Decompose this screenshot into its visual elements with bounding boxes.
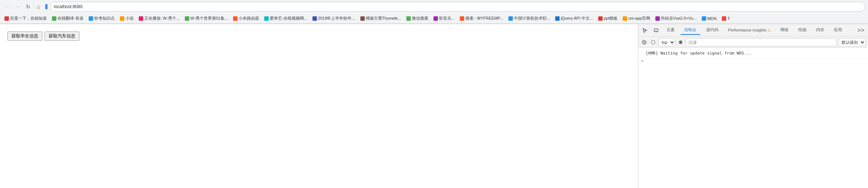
device-toolbar-button[interactable] [652, 26, 661, 35]
console-toolbar: top 默认级别 [638, 37, 868, 48]
bookmark-label: 听音乐... [439, 16, 455, 21]
bookmark-item-bm10[interactable]: 模板引擎Thymele... [358, 15, 403, 22]
bookmark-item-bm1[interactable]: 百度一下，你就知道 [2, 15, 49, 22]
bookmark-favicon [185, 16, 189, 21]
tab-application[interactable]: 应用 [830, 26, 846, 35]
svg-line-4 [643, 41, 645, 43]
reload-button[interactable]: ↻ [24, 2, 33, 11]
get-car-info-button[interactable]: 获取汽车信息 [45, 32, 79, 41]
bookmark-item-bm19[interactable]: MDN [700, 16, 719, 22]
bookmark-favicon [312, 16, 317, 21]
bookmark-item-bm11[interactable]: 微信搜索 [404, 15, 430, 22]
forward-button[interactable]: → [13, 2, 22, 11]
bookmark-item-bm18[interactable]: 尚硅谷Vue2.0+Vu... [653, 15, 699, 22]
bookmark-favicon [233, 16, 238, 21]
bookmark-item-bm20[interactable]: T [720, 16, 732, 22]
show-live-expressions-button[interactable] [677, 39, 684, 46]
bookmark-label: 模板引擎Thymele... [366, 16, 401, 21]
context-select[interactable]: top [658, 38, 675, 46]
bookmark-favicon [623, 16, 627, 21]
preserve-log-button[interactable] [649, 39, 657, 46]
bookmark-favicon [264, 16, 269, 21]
console-message: [HMR] Waiting for update signal from WDS… [638, 49, 868, 58]
address-bar[interactable] [50, 2, 865, 11]
bookmark-favicon [598, 16, 603, 21]
bookmark-item-bm16[interactable]: ppt模板 [596, 15, 620, 22]
clear-console-button[interactable] [641, 39, 648, 46]
bookmark-item-bm17[interactable]: uni-app官网 [620, 15, 652, 22]
bookmark-label: 搜索 - MYFREEMP... [465, 16, 503, 21]
bookmark-favicon [406, 16, 411, 21]
bookmark-label: 2019年上半年软件... [318, 16, 355, 21]
bookmark-favicon [139, 16, 143, 21]
tab-elements[interactable]: 元素 [663, 26, 678, 35]
bookmark-label: 微信搜索 [412, 16, 428, 21]
bookmark-label: jQuery API 中文... [561, 16, 593, 21]
svg-point-7 [680, 42, 681, 43]
tab-sources[interactable]: 源代码 [702, 26, 722, 35]
bookmark-favicon [555, 16, 560, 21]
bookmark-label: 爱奇艺-在线视频网... [270, 16, 307, 21]
bookmark-item-bm3[interactable]: 软考知识点 [86, 15, 117, 22]
tab-performance[interactable]: 性能 [795, 26, 810, 35]
bookmark-label: 软考知识点 [94, 16, 115, 21]
get-student-info-button[interactable]: 获取学生信息 [7, 32, 42, 41]
bookmark-favicon [89, 16, 93, 21]
bookmark-label: ppt模板 [604, 16, 618, 21]
console-filter-input[interactable] [686, 38, 837, 46]
bookmark-item-bm7[interactable]: 小米路由器 [231, 15, 261, 22]
tab-network[interactable]: 网络 [777, 26, 792, 35]
bookmark-label: W-秀个世界第01集... [190, 16, 228, 21]
bookmark-label: 小说 [125, 16, 134, 21]
tab-console[interactable]: 控制台 [681, 26, 700, 35]
bookmark-item-bm6[interactable]: W-秀个世界第01集... [183, 15, 230, 22]
bookmark-favicon [433, 16, 438, 21]
bookmark-favicon [722, 16, 726, 21]
home-button[interactable]: ⌂ [34, 2, 43, 11]
bookmark-item-bm13[interactable]: 搜索 - MYFREEMP... [458, 15, 505, 22]
inspect-element-button[interactable] [641, 26, 649, 35]
bookmark-item-bm14[interactable]: 中国计算机技术职... [506, 15, 552, 22]
bookmark-label: uni-app官网 [628, 16, 650, 21]
tab-memory[interactable]: 内存 [812, 26, 828, 35]
bookmark-item-bm4[interactable]: 小说 [118, 15, 136, 22]
bookmark-label: T [727, 16, 730, 21]
devtools-toolbar: 元素 控制台 源代码 Performance insights⚠ 网络 性能 内… [638, 24, 868, 37]
secure-icon [45, 4, 48, 9]
bookmark-favicon [120, 16, 124, 21]
browser-chrome: ← → ↻ ⌂ 百度一下，你就知道在线翻译-有道软考知识点小说正在播放: W-秀… [0, 0, 868, 24]
bookmark-favicon [460, 16, 464, 21]
log-level-select[interactable]: 默认级别 [838, 38, 866, 46]
bookmark-label: 中国计算机技术职... [514, 16, 550, 21]
bookmark-item-bm8[interactable]: 爱奇艺-在线视频网... [262, 15, 309, 22]
main-area: 获取学生信息 获取汽车信息 元素 控制台 源代码 [0, 24, 868, 188]
bookmark-favicon [360, 16, 365, 21]
page-buttons: 获取学生信息 获取汽车信息 [7, 32, 630, 41]
console-expand-button[interactable]: > [638, 58, 868, 64]
back-button[interactable]: ← [3, 2, 12, 11]
tab-performance-insights[interactable]: Performance insights⚠ [724, 26, 774, 34]
bookmark-label: 正在播放: W-秀个... [144, 16, 180, 21]
bookmark-favicon [508, 16, 513, 21]
bookmark-item-bm15[interactable]: jQuery API 中文... [553, 15, 595, 22]
page-content: 获取学生信息 获取汽车信息 [0, 24, 638, 188]
more-tabs-button[interactable]: >> [856, 26, 866, 34]
bookmark-item-bm2[interactable]: 在线翻译-有道 [50, 15, 86, 22]
devtools-panel: 元素 控制台 源代码 Performance insights⚠ 网络 性能 内… [638, 24, 868, 188]
bookmark-label: 在线翻译-有道 [58, 16, 83, 21]
bookmark-label: 小米路由器 [239, 16, 259, 21]
svg-point-5 [651, 40, 655, 44]
bookmark-label: MDN [707, 16, 717, 21]
bookmark-item-bm9[interactable]: 2019年上半年软件... [310, 15, 357, 22]
bookmark-favicon [702, 16, 706, 21]
bookmark-favicon [655, 16, 660, 21]
nav-bar: ← → ↻ ⌂ [0, 0, 868, 13]
bookmark-item-bm12[interactable]: 听音乐... [431, 15, 457, 22]
warning-icon: ⚠ [767, 28, 771, 32]
svg-rect-0 [654, 29, 658, 32]
console-output: [HMR] Waiting for update signal from WDS… [638, 48, 868, 188]
bookmark-item-bm5[interactable]: 正在播放: W-秀个... [137, 15, 182, 22]
bookmark-favicon [4, 16, 9, 21]
bookmark-favicon [52, 16, 56, 21]
bookmark-label: 尚硅谷Vue2.0+Vu... [661, 16, 697, 21]
